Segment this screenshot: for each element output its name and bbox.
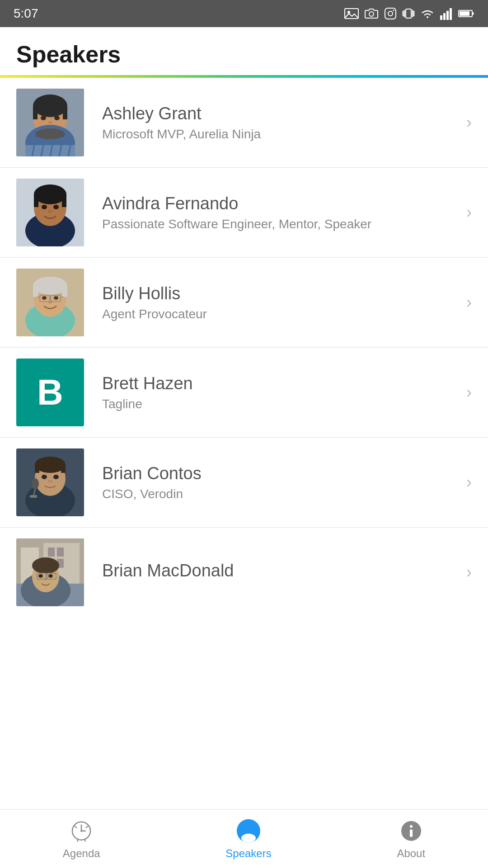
avatar-ashley-grant (16, 89, 84, 156)
chevron-right-icon: › (466, 563, 472, 582)
svg-point-37 (34, 184, 66, 204)
svg-point-61 (42, 475, 47, 479)
speaker-name: Avindra Fernando (102, 194, 459, 213)
svg-point-94 (410, 825, 413, 828)
speaker-item-brian-contos[interactable]: Brian Contos CISO, Verodin › (0, 438, 488, 528)
vibrate-icon (402, 7, 415, 20)
speaker-tagline: Microsoft MVP, Aurelia Ninja (102, 127, 459, 142)
svg-point-5 (393, 10, 394, 11)
speaker-info-ashley-grant: Ashley Grant Microsoft MVP, Aurelia Ninj… (84, 104, 459, 142)
svg-line-89 (84, 840, 85, 841)
speaker-info-brian-macdonald: Brian MacDonald (84, 561, 459, 584)
speaker-item-brian-macdonald[interactable]: Brian MacDonald › (0, 528, 488, 617)
header: Speakers (0, 27, 488, 75)
svg-rect-22 (33, 106, 38, 119)
speaker-name: Brian MacDonald (102, 561, 459, 580)
svg-rect-17 (460, 11, 469, 16)
svg-rect-13 (443, 13, 446, 20)
svg-point-92 (241, 834, 256, 843)
status-time: 5:07 (14, 6, 38, 21)
svg-point-40 (42, 205, 47, 209)
svg-rect-59 (35, 465, 39, 473)
svg-rect-47 (62, 286, 67, 297)
chevron-right-icon: › (466, 203, 472, 222)
svg-point-58 (35, 457, 66, 473)
speaker-list: Ashley Grant Microsoft MVP, Aurelia Ninj… (0, 78, 488, 676)
speaker-info-avindra-fernando: Avindra Fernando Passionate Software Eng… (84, 194, 459, 231)
svg-point-24 (41, 116, 46, 120)
avatar-brian-macdonald (16, 538, 84, 606)
svg-rect-38 (34, 194, 38, 207)
svg-rect-70 (48, 547, 55, 557)
speaker-name: Billy Hollis (102, 284, 459, 303)
bottom-nav: Agenda Speakers About (0, 809, 488, 868)
svg-rect-39 (62, 194, 66, 207)
svg-point-21 (33, 94, 67, 117)
avatar-brian-contos (16, 448, 84, 516)
chevron-right-icon: › (466, 293, 472, 312)
svg-rect-3 (385, 8, 396, 19)
nav-item-agenda[interactable]: Agenda (63, 818, 100, 860)
svg-rect-14 (446, 11, 449, 20)
svg-point-91 (244, 824, 253, 833)
avatar-billy-hollis (16, 269, 84, 336)
chevron-right-icon: › (466, 113, 472, 132)
speaker-info-brett-hazen: Brett Hazen Tagline (84, 374, 459, 411)
svg-rect-95 (410, 830, 413, 837)
speaker-info-brian-contos: Brian Contos CISO, Verodin (84, 464, 459, 501)
page-title: Speakers (16, 41, 472, 68)
svg-point-4 (388, 11, 393, 16)
status-bar: 5:07 (0, 0, 488, 27)
wifi-icon (420, 7, 435, 20)
svg-point-63 (32, 478, 39, 489)
speaker-name: Brian Contos (102, 464, 459, 483)
speaker-item-avindra-fernando[interactable]: Avindra Fernando Passionate Software Eng… (0, 168, 488, 258)
nav-label-about: About (397, 847, 425, 860)
speaker-name: Brett Hazen (102, 374, 459, 393)
status-icons (344, 7, 474, 20)
svg-rect-0 (345, 9, 358, 19)
svg-point-49 (54, 296, 58, 300)
svg-point-25 (54, 116, 60, 120)
svg-rect-27 (36, 132, 65, 137)
speaker-tagline: Tagline (102, 397, 459, 411)
svg-point-41 (53, 205, 59, 209)
nav-label-agenda: Agenda (63, 847, 100, 860)
svg-point-62 (53, 475, 59, 479)
avatar-avindra-fernando (16, 179, 84, 246)
svg-point-77 (38, 574, 43, 578)
svg-point-78 (48, 574, 53, 578)
svg-rect-65 (30, 495, 37, 498)
speaker-item-billy-hollis[interactable]: Billy Hollis Agent Provocateur › (0, 258, 488, 348)
svg-line-87 (86, 826, 88, 828)
chevron-right-icon: › (466, 473, 472, 492)
battery-icon (458, 9, 474, 18)
svg-point-48 (42, 296, 47, 300)
about-icon (399, 818, 424, 844)
speaker-tagline: Passionate Software Engineer, Mentor, Sp… (102, 217, 459, 231)
speaker-tagline: Agent Provocateur (102, 307, 459, 321)
svg-point-11 (427, 16, 428, 18)
speaker-tagline: CISO, Verodin (102, 487, 459, 501)
svg-rect-71 (57, 547, 64, 557)
avatar-brett-hazen: B (16, 359, 84, 426)
svg-rect-23 (63, 106, 67, 119)
svg-line-86 (75, 826, 77, 828)
camera-icon (364, 7, 379, 20)
nav-label-speakers: Speakers (225, 847, 271, 860)
svg-rect-46 (33, 286, 38, 297)
speaker-item-brett-hazen[interactable]: B Brett Hazen Tagline › (0, 348, 488, 438)
nav-item-about[interactable]: About (397, 818, 425, 860)
svg-rect-6 (406, 9, 411, 18)
svg-rect-60 (61, 465, 66, 473)
svg-point-2 (369, 12, 374, 16)
image-icon (344, 7, 359, 20)
speaker-name: Ashley Grant (102, 104, 459, 123)
svg-rect-12 (440, 15, 442, 20)
svg-point-76 (32, 557, 59, 574)
instagram-icon (384, 7, 397, 20)
speaker-item-ashley-grant[interactable]: Ashley Grant Microsoft MVP, Aurelia Ninj… (0, 78, 488, 168)
svg-rect-15 (450, 8, 452, 20)
nav-item-speakers[interactable]: Speakers (225, 818, 271, 860)
agenda-icon (69, 818, 94, 844)
